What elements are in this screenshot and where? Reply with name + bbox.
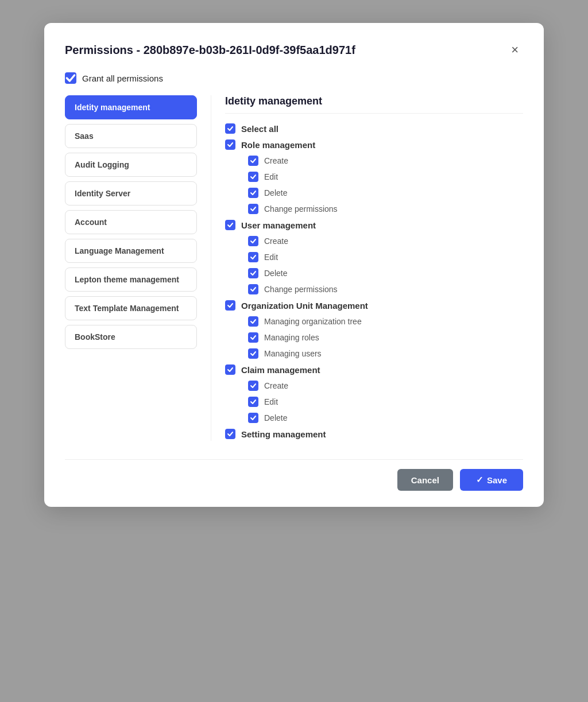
checkbox-claim-delete[interactable] bbox=[248, 413, 258, 423]
perm-label-user-delete: Delete bbox=[264, 269, 287, 278]
sidebar-item-text-template-management[interactable]: Text Template Management bbox=[65, 296, 197, 320]
modal-title: Permissions - 280b897e-b03b-261I-0d9f-39… bbox=[65, 44, 355, 57]
sidebar-item-bookstore[interactable]: BookStore bbox=[65, 325, 197, 349]
perm-label-select-all: Select all bbox=[241, 124, 278, 134]
close-button[interactable]: × bbox=[506, 41, 523, 59]
perm-row-org-managing-users: Managing users bbox=[225, 347, 523, 360]
sidebar-item-saas[interactable]: Saas bbox=[65, 124, 197, 148]
modal-header: Permissions - 280b897e-b03b-261I-0d9f-39… bbox=[65, 41, 523, 59]
perm-row-select-all: Select all bbox=[225, 122, 523, 135]
grant-all-label[interactable]: Grant all permissions bbox=[82, 73, 163, 83]
sidebar-item-identity-management[interactable]: Idetity management bbox=[65, 95, 197, 119]
perm-label-role-change-permissions: Change permissions bbox=[264, 204, 338, 214]
perm-row-setting-management: Setting management bbox=[225, 427, 523, 441]
perm-row-claim-create: Create bbox=[225, 379, 523, 393]
content-area: Idetity managementSaasAudit LoggingIdent… bbox=[65, 95, 523, 441]
perm-label-org-managing-users: Managing users bbox=[264, 349, 322, 358]
checkbox-user-delete[interactable] bbox=[248, 268, 258, 278]
checkbox-org-managing-tree[interactable] bbox=[248, 316, 258, 327]
perm-row-org-managing-roles: Managing roles bbox=[225, 331, 523, 344]
sidebar-item-audit-logging[interactable]: Audit Logging bbox=[65, 153, 197, 177]
checkbox-setting-management[interactable] bbox=[225, 429, 235, 439]
perm-label-role-edit: Edit bbox=[264, 172, 278, 181]
sidebar-item-lepton-theme-management[interactable]: Lepton theme management bbox=[65, 267, 197, 292]
grant-all-row: Grant all permissions bbox=[65, 72, 523, 84]
perm-row-role-create: Create bbox=[225, 154, 523, 168]
perm-label-org-unit-management: Organization Unit Management bbox=[241, 301, 368, 311]
perm-row-org-managing-tree: Managing organization tree bbox=[225, 315, 523, 328]
perm-row-user-delete: Delete bbox=[225, 266, 523, 280]
save-check-icon: ✓ bbox=[476, 475, 483, 485]
perm-label-role-management: Role management bbox=[241, 140, 315, 150]
perm-row-role-edit: Edit bbox=[225, 170, 523, 184]
perm-label-setting-management: Setting management bbox=[241, 429, 326, 439]
checkbox-user-create[interactable] bbox=[248, 236, 258, 246]
sidebar-item-language-management[interactable]: Language Management bbox=[65, 239, 197, 263]
perm-row-claim-delete: Delete bbox=[225, 411, 523, 425]
panel-title: Idetity management bbox=[225, 95, 523, 114]
checkbox-role-change-permissions[interactable] bbox=[248, 204, 258, 214]
checkbox-role-create[interactable] bbox=[248, 156, 258, 166]
perm-row-role-delete: Delete bbox=[225, 186, 523, 200]
checkbox-org-managing-roles[interactable] bbox=[248, 332, 258, 343]
checkbox-claim-management[interactable] bbox=[225, 364, 235, 375]
checkbox-claim-create[interactable] bbox=[248, 381, 258, 391]
perm-row-user-change-permissions: Change permissions bbox=[225, 282, 523, 296]
checkbox-claim-edit[interactable] bbox=[248, 397, 258, 407]
perm-label-user-create: Create bbox=[264, 236, 288, 246]
cancel-button[interactable]: Cancel bbox=[397, 469, 453, 491]
main-panel: Idetity management Select allRole manage… bbox=[211, 95, 523, 441]
checkbox-role-management[interactable] bbox=[225, 139, 235, 150]
sidebar-item-account[interactable]: Account bbox=[65, 210, 197, 234]
save-label: Save bbox=[487, 475, 507, 485]
perm-row-user-create: Create bbox=[225, 234, 523, 248]
sidebar: Idetity managementSaasAudit LoggingIdent… bbox=[65, 95, 197, 441]
checkbox-org-managing-users[interactable] bbox=[248, 348, 258, 359]
perm-label-claim-delete: Delete bbox=[264, 413, 287, 422]
perm-row-org-unit-management: Organization Unit Management bbox=[225, 298, 523, 312]
checkbox-user-management[interactable] bbox=[225, 220, 235, 230]
perm-row-user-management: User management bbox=[225, 218, 523, 232]
perm-label-user-management: User management bbox=[241, 220, 316, 230]
sidebar-item-identity-server[interactable]: Identity Server bbox=[65, 181, 197, 205]
grant-all-checkbox[interactable] bbox=[65, 72, 76, 84]
checkbox-select-all[interactable] bbox=[225, 123, 235, 134]
permissions-modal: Permissions - 280b897e-b03b-261I-0d9f-39… bbox=[44, 23, 544, 507]
checkbox-role-edit[interactable] bbox=[248, 172, 258, 182]
perm-row-claim-edit: Edit bbox=[225, 395, 523, 409]
checkbox-user-change-permissions[interactable] bbox=[248, 284, 258, 294]
checkbox-user-edit[interactable] bbox=[248, 252, 258, 262]
modal-footer: Cancel ✓ Save bbox=[65, 459, 523, 491]
perm-row-role-change-permissions: Change permissions bbox=[225, 202, 523, 216]
checkbox-role-delete[interactable] bbox=[248, 188, 258, 198]
perm-label-claim-edit: Edit bbox=[264, 397, 278, 406]
perm-label-org-managing-roles: Managing roles bbox=[264, 333, 319, 342]
perm-label-role-delete: Delete bbox=[264, 188, 287, 197]
perm-label-org-managing-tree: Managing organization tree bbox=[264, 317, 362, 326]
perm-row-role-management: Role management bbox=[225, 138, 523, 152]
permission-list: Select allRole managementCreateEditDelet… bbox=[225, 122, 523, 441]
save-button[interactable]: ✓ Save bbox=[460, 469, 523, 491]
perm-row-user-edit: Edit bbox=[225, 250, 523, 264]
perm-label-claim-create: Create bbox=[264, 381, 288, 390]
perm-label-claim-management: Claim management bbox=[241, 365, 320, 375]
perm-label-user-change-permissions: Change permissions bbox=[264, 285, 338, 294]
checkbox-org-unit-management[interactable] bbox=[225, 300, 235, 311]
perm-label-user-edit: Edit bbox=[264, 253, 278, 262]
perm-row-claim-management: Claim management bbox=[225, 363, 523, 377]
perm-label-role-create: Create bbox=[264, 156, 288, 165]
